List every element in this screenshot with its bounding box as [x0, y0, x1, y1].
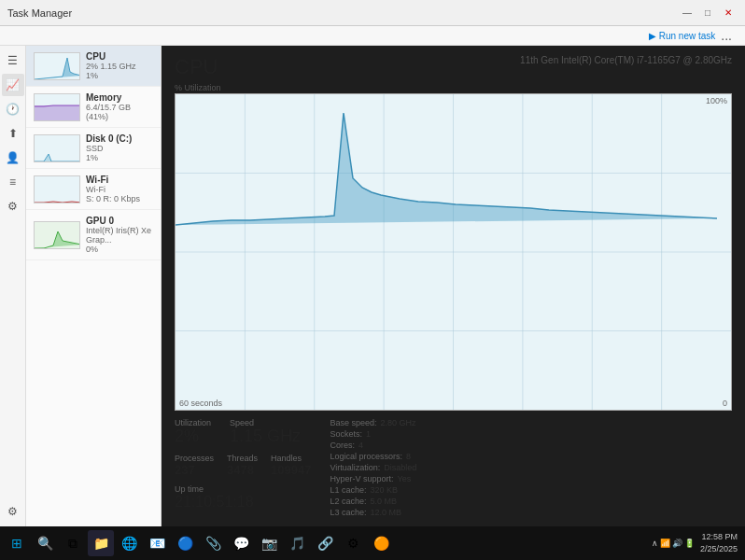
memory-mini-graph: [34, 93, 80, 121]
processes-stat: Processes 237: [175, 454, 214, 477]
cpu-specs: Base speed: 2.80 GHz Sockets: 1 Cores: 4…: [330, 418, 416, 517]
graph-time-label: 60 seconds: [179, 399, 222, 408]
cpu-mini-graph: [34, 52, 80, 80]
taskbar-pinned-6[interactable]: 💬: [228, 530, 254, 556]
gpu-device-info: GPU 0 Intel(R) Iris(R) Xe Grap... 0%: [86, 216, 153, 254]
stats-section: Utilization 2% Speed 1.15 GHz Processes …: [175, 418, 732, 517]
settings-icon[interactable]: ⚙: [2, 500, 24, 523]
device-item-disk[interactable]: Disk 0 (C:) SSD 1%: [26, 128, 161, 169]
services-nav-icon[interactable]: ⚙: [2, 195, 24, 217]
wifi-icon: 📶: [660, 539, 670, 548]
taskbar-pinned-9[interactable]: 🔗: [312, 530, 338, 556]
handles-stat: Handles 109947: [271, 454, 311, 477]
taskbar-pinned-2[interactable]: 🌐: [116, 530, 142, 556]
icon-sidebar: ☰ 📈 🕐 ⬆ 👤 ≡ ⚙ ⚙: [0, 46, 26, 526]
cpu-device-info: CPU 2% 1.15 GHz 1%: [86, 51, 153, 80]
title-bar: Task Manager — □ ✕: [0, 0, 745, 26]
processor-name: 11th Gen Intel(R) Core(TM) i7-1165G7 @ 2…: [520, 55, 732, 65]
wifi-device-info: Wi-Fi Wi-Fi S: 0 R: 0 Kbps: [86, 175, 153, 203]
maximize-button[interactable]: □: [698, 5, 717, 21]
cpu-graph: 100% 0 60 seconds: [175, 93, 732, 411]
gpu-mini-graph: [34, 221, 80, 249]
performance-nav-icon[interactable]: 📈: [2, 74, 24, 96]
tray-chevron[interactable]: ∧: [652, 539, 658, 548]
speed-stat: Speed 1.15 GHz: [230, 418, 301, 446]
system-tray: ∧ 📶 🔊 🔋: [652, 539, 695, 548]
minimize-button[interactable]: —: [678, 5, 696, 21]
history-nav-icon[interactable]: 🕐: [2, 98, 24, 120]
taskbar-pinned-10[interactable]: ⚙: [340, 530, 366, 556]
utilization-label: % Utilization: [175, 83, 732, 92]
disk-mini-graph: [34, 134, 80, 162]
memory-device-info: Memory 6.4/15.7 GB (41%): [86, 92, 153, 121]
taskbar-pinned-8[interactable]: 🎵: [284, 530, 310, 556]
app-content: ☰ 📈 🕐 ⬆ 👤 ≡ ⚙ ⚙ CPU 2% 1.15 GHz: [0, 46, 745, 526]
run-icon: ▶: [649, 31, 656, 41]
menu-icon[interactable]: ☰: [2, 49, 24, 72]
taskview-button[interactable]: ⧉: [60, 530, 86, 556]
utilization-stat: Utilization 2%: [175, 418, 211, 446]
more-button[interactable]: ...: [721, 28, 732, 43]
svg-rect-0: [35, 105, 80, 121]
taskbar-clock[interactable]: 12:58 PM 2/25/2025: [696, 531, 741, 554]
threads-stat: Threads 3478: [227, 454, 258, 477]
disk-device-info: Disk 0 (C:) SSD 1%: [86, 133, 153, 162]
users-nav-icon[interactable]: 👤: [2, 147, 24, 169]
taskbar-pinned-1[interactable]: 📁: [88, 530, 114, 556]
window-title: Task Manager: [7, 7, 72, 19]
taskbar-pinned-4[interactable]: 🔵: [172, 530, 198, 556]
detail-panel: CPU 11th Gen Intel(R) Core(TM) i7-1165G7…: [162, 46, 745, 526]
cpu-title: CPU: [175, 55, 218, 79]
search-taskbar[interactable]: 🔍: [32, 530, 58, 556]
battery-icon: 🔋: [684, 539, 695, 548]
uptime-stat: Up time 21:10:51:18: [175, 484, 311, 511]
device-item-gpu[interactable]: GPU 0 Intel(R) Iris(R) Xe Grap... 0%: [26, 210, 161, 260]
device-item-cpu[interactable]: CPU 2% 1.15 GHz 1%: [26, 46, 161, 87]
taskbar: ⊞ 🔍 ⧉ 📁 🌐 📧 🔵 📎 💬 📷 🎵 🔗 ⚙ 🟠 ∧ 📶 🔊 🔋 12:5…: [0, 526, 745, 560]
device-item-wifi[interactable]: Wi-Fi Wi-Fi S: 0 R: 0 Kbps: [26, 169, 161, 210]
taskbar-pinned-3[interactable]: 📧: [144, 530, 170, 556]
graph-min-label: 0: [723, 399, 727, 408]
taskbar-pinned-5[interactable]: 📎: [200, 530, 226, 556]
close-button[interactable]: ✕: [719, 5, 738, 21]
graph-max-label: 100%: [706, 96, 727, 105]
run-new-task-button[interactable]: ▶ Run new task: [649, 31, 716, 41]
wifi-mini-graph: [34, 175, 80, 203]
details-nav-icon[interactable]: ≡: [2, 171, 24, 193]
action-bar: ▶ Run new task ...: [0, 26, 745, 46]
detail-header: CPU 11th Gen Intel(R) Core(TM) i7-1165G7…: [175, 55, 732, 79]
volume-icon: 🔊: [672, 539, 682, 548]
window-controls: — □ ✕: [678, 5, 738, 21]
startup-nav-icon[interactable]: ⬆: [2, 122, 24, 145]
taskbar-pinned-7[interactable]: 📷: [256, 530, 282, 556]
device-list: CPU 2% 1.15 GHz 1% Memory 6.4/15.7 GB (4…: [26, 46, 162, 526]
taskbar-pinned-11[interactable]: 🟠: [368, 530, 394, 556]
device-item-memory[interactable]: Memory 6.4/15.7 GB (41%): [26, 87, 161, 128]
start-button[interactable]: ⊞: [4, 530, 30, 556]
